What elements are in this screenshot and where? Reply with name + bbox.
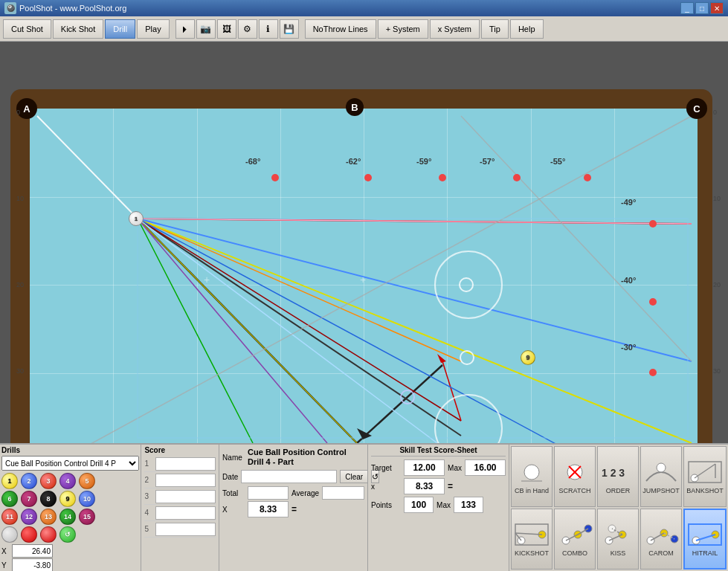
y-label: Y (1, 561, 10, 570)
kiss-label: KISS (611, 549, 626, 557)
power-icon[interactable]: ⏵ (175, 19, 195, 39)
clear-button[interactable]: Clear (340, 470, 368, 483)
ball-2[interactable]: 2 (21, 473, 37, 489)
table-container: 0 10 20 30 40 50 60 70 80 (0, 42, 728, 473)
ball-15[interactable]: 15 (79, 509, 95, 525)
order-label: ORDER (606, 487, 631, 494)
angle-minus59: -59° (416, 157, 431, 166)
help-button[interactable]: Help (510, 19, 544, 39)
ball-14[interactable]: 14 (59, 509, 76, 525)
carom-label: CAROM (648, 549, 674, 557)
title-bar: 🎱 PoolShot - www.PoolShot.org _ □ ✕ (0, 0, 728, 16)
scratch-btn[interactable]: SCRATCH (554, 446, 596, 507)
carom-btn[interactable]: CAROM (640, 509, 682, 570)
ball-4[interactable]: 4 (59, 473, 76, 489)
ball-13[interactable]: 13 (40, 509, 57, 525)
kiss-btn[interactable]: KISS (597, 509, 639, 570)
close-button[interactable]: ✕ (710, 2, 724, 14)
skill-x-value: 8.33 (404, 478, 445, 494)
score-equals: = (291, 504, 297, 514)
score-box-2[interactable] (155, 474, 216, 487)
window-title: PoolShot - www.PoolShot.org (19, 4, 680, 13)
combo-btn[interactable]: COMBO (554, 509, 596, 570)
angle-minus57: -57° (480, 157, 495, 166)
save-icon[interactable]: 💾 (280, 19, 299, 39)
angle-minus68: -68° (245, 157, 260, 166)
dot-ball-2 (364, 174, 372, 181)
jumpshot-btn[interactable]: JUMPSHOT (640, 446, 682, 507)
x-system-button[interactable]: x System (430, 19, 480, 39)
score-section: Score 1 2 3 4 5 (141, 445, 219, 571)
dot-ball-1 (271, 174, 279, 181)
carom-icon (642, 522, 680, 548)
corner-b: B (346, 98, 364, 116)
ball-solid-red2[interactable] (40, 526, 57, 543)
grid-line-v3 (280, 109, 281, 461)
cb-in-hand-label: CB in Hand (515, 487, 549, 494)
play-button[interactable]: Play (137, 19, 169, 39)
ball-8[interactable]: 8 (40, 491, 57, 507)
cb-in-hand-btn[interactable]: CB in Hand (511, 446, 553, 507)
kiss-icon (599, 522, 637, 548)
angle-minus49: -49° (621, 198, 636, 207)
points-max-value: 133 (454, 497, 483, 513)
target-value: 12.00 (404, 459, 445, 476)
maximize-button[interactable]: □ (695, 2, 709, 14)
dot-ball-4 (513, 174, 521, 181)
drills-section: Drills Cue Ball Position Control Drill 4… (0, 445, 141, 571)
points-label: Points (371, 501, 401, 509)
bankshot-btn[interactable]: BANKSHOT (683, 446, 727, 507)
ball-7[interactable]: 7 (21, 491, 37, 507)
kick-shot-button[interactable]: Kick Shot (53, 19, 103, 39)
score-num-4: 4 (144, 509, 153, 517)
info-icon[interactable]: ℹ (259, 19, 278, 39)
skill-equals: = (448, 481, 453, 491)
ball-11[interactable]: 11 (1, 509, 18, 525)
angle-minus62: -62° (346, 157, 361, 166)
hitrail-label: HITRAIL (692, 549, 718, 557)
ball-solid-red[interactable] (21, 526, 37, 543)
tip-button[interactable]: Tip (481, 19, 509, 39)
svg-point-29 (657, 463, 666, 472)
ball-cue-extra[interactable] (1, 526, 18, 543)
x-row: X 26.40 (1, 544, 139, 558)
score-box-5[interactable] (155, 523, 216, 536)
score-num-2: 2 (144, 476, 153, 484)
ball-1[interactable]: 1 (1, 473, 18, 489)
order-btn[interactable]: 1 2 3 ORDER (597, 446, 639, 507)
ball-9-btn[interactable]: 9 (59, 491, 76, 507)
camera-icon[interactable]: 📷 (196, 19, 216, 39)
hitrail-btn[interactable]: HITRAIL (683, 509, 727, 570)
combo-icon (556, 522, 593, 548)
drills-dropdown[interactable]: Cue Ball Position Control Drill 4 P (1, 456, 139, 471)
ball-10[interactable]: 10 (79, 491, 95, 507)
angle-minus30: -30° (621, 343, 636, 352)
cut-shot-button[interactable]: Cut Shot (3, 19, 51, 39)
order-icon: 1 2 3 (599, 459, 637, 485)
ball-3[interactable]: 3 (40, 473, 57, 489)
score-box-4[interactable] (155, 506, 216, 520)
drills-title: Drills (1, 446, 139, 454)
settings-icon[interactable]: ⚙ (238, 19, 257, 39)
score-box-1[interactable] (155, 457, 216, 471)
date-label: Date (222, 473, 238, 481)
drill-button[interactable]: Drill (105, 19, 135, 39)
plus-system-button[interactable]: + System (378, 19, 428, 39)
cb-in-hand-icon (513, 459, 550, 485)
ball-solid-green[interactable]: ↺ (59, 526, 76, 543)
image-icon[interactable]: 🖼 (217, 19, 236, 39)
ball-12[interactable]: 12 (21, 509, 37, 525)
ball-9: 9 (521, 350, 535, 365)
no-throw-button[interactable]: NoThrow Lines (305, 19, 376, 39)
kickshot-btn[interactable]: KICKSHOT (511, 509, 553, 570)
score-num-3: 3 (144, 492, 153, 500)
name-label: Name (222, 454, 245, 462)
plus-mark-2: + (360, 274, 366, 286)
dot-ball-8 (649, 369, 657, 376)
ball-5[interactable]: 5 (79, 473, 95, 489)
jumpshot-label: JUMPSHOT (642, 487, 680, 494)
ball-6[interactable]: 6 (1, 491, 18, 507)
date-input[interactable] (241, 470, 337, 483)
score-box-3[interactable] (155, 490, 216, 503)
minimize-button[interactable]: _ (680, 2, 694, 14)
